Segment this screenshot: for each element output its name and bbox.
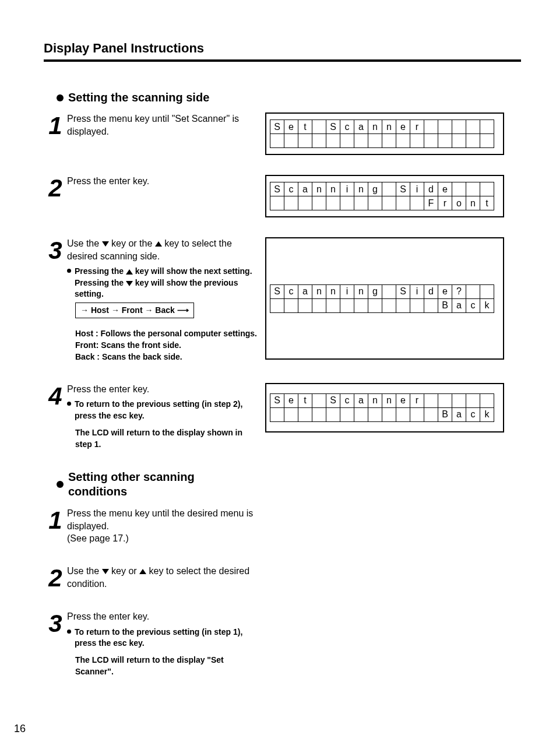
lcd-cell: a [354,120,368,134]
lcd-cell: k [480,407,494,421]
lcd-cell [396,407,410,421]
step-a1: 1 Press the menu key until "Set Scanner"… [44,112,521,155]
lcd-cell [396,196,410,210]
t: (See page 17.) [67,532,259,545]
lcd-cell [382,182,396,196]
t: To return to the previous setting (in st… [75,627,259,649]
lcd-cell [382,407,396,421]
lcd-cell [382,196,396,210]
lcd-cell: e [284,393,298,407]
lcd-cell: n [354,182,368,196]
step-text: Press the menu key until "Set Scanner" i… [67,112,265,138]
lcd-cell: t [480,196,494,210]
lcd-cell: a [298,182,312,196]
t: key or the [111,238,155,248]
lcd-cell [410,134,424,148]
lcd-cell [424,298,438,312]
lcd-cell: o [452,196,466,210]
defs: Host : Follows the personal computer set… [75,328,259,363]
step-text-main: Press the enter key. [67,384,149,394]
lcd-cell: i [410,284,424,298]
lcd-cell [452,134,466,148]
t: Pressing the [75,266,126,276]
lcd-cell: e [438,284,452,298]
lcd-cell [298,134,312,148]
lcd-cell [312,196,326,210]
lcd-cell [340,407,354,421]
lcd-cell [354,298,368,312]
step-text: Press the enter key. To return to the pr… [67,383,265,450]
lcd-cell [466,120,480,134]
lcd-cell [466,182,480,196]
step-b1: 1 Press the menu key until the desired m… [44,507,521,545]
lcd-cell [424,134,438,148]
lcd-cell: c [284,284,298,298]
lcd-cell [424,407,438,421]
lcd-cell [326,298,340,312]
lcd-cell [298,298,312,312]
lcd-cell [480,120,494,134]
lcd-cell [438,393,452,407]
triangle-down-icon [126,281,133,286]
lcd-cell [368,134,382,148]
lcd-grid: SetScanner [270,119,494,148]
section-title-a-text: Setting the scanning side [68,91,209,104]
t: Press the menu key until the desired men… [67,507,259,532]
lcd-cell [396,134,410,148]
section-title-b-text: Setting other scanning conditions [68,470,220,499]
page-number: 16 [14,723,26,735]
lcd-cell: n [382,120,396,134]
lcd-cell: n [312,182,326,196]
section-title-b: Setting other scanning conditions [57,470,521,499]
lcd-cell: e [396,120,410,134]
lcd-cell: e [438,182,452,196]
step-sub2: The LCD will return to the display "Set … [75,654,259,678]
lcd-cell: a [452,298,466,312]
lcd-grid: ScanningSide?Back [270,284,494,313]
lcd-cell [382,134,396,148]
lcd-cell: S [326,393,340,407]
lcd-cell: S [270,393,284,407]
lcd-cell: n [368,393,382,407]
lcd-cell [270,407,284,421]
lcd-cell: S [270,284,284,298]
lcd-cell [326,196,340,210]
lcd-cell: n [312,284,326,298]
lcd-cell [452,393,466,407]
lcd-cell [354,196,368,210]
step-b3: 3 Press the enter key. To return to the … [44,610,521,677]
lcd-cell [410,298,424,312]
triangle-up-icon [126,269,133,275]
lcd-cell: c [340,393,354,407]
lcd-cell [326,407,340,421]
lcd-cell [270,298,284,312]
step-text-main: Press the menu key until "Set Scanner" i… [67,114,239,136]
lcd-cell: n [382,393,396,407]
lcd-cell [326,134,340,148]
lcd-cell [424,393,438,407]
lcd-cell [396,298,410,312]
lcd-cell [466,134,480,148]
lcd-cell [340,134,354,148]
lcd-cell [284,407,298,421]
lcd-cell [340,196,354,210]
lcd-display: SetScanner [265,112,504,155]
lcd-cell: n [466,196,480,210]
step-text: Press the menu key until the desired men… [67,507,265,545]
step-number: 2 [44,175,67,201]
lcd-cell [466,393,480,407]
t: To return to the previous setting (in st… [75,399,259,421]
lcd-cell: S [396,182,410,196]
lcd-cell: ? [452,284,466,298]
lcd-cell [480,284,494,298]
lcd-cell: n [326,284,340,298]
step-b2: 2 Use the key or key to select the desir… [44,565,521,590]
lcd-cell [368,196,382,210]
lcd-cell: c [284,182,298,196]
lcd-col: SetScannerBack [265,383,504,432]
lcd-cell [284,298,298,312]
lcd-cell: a [298,284,312,298]
lcd-cell: B [438,298,452,312]
lcd-cell: r [410,393,424,407]
triangle-down-icon [102,569,109,574]
